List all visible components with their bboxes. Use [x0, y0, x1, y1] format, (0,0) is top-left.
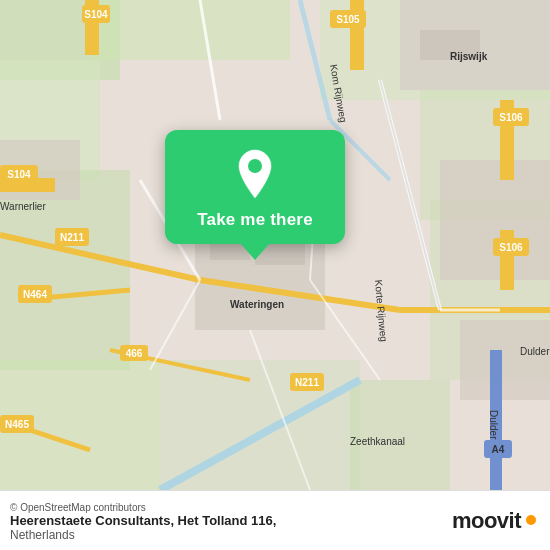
footer-info: © OpenStreetMap contributors Heerenstaet… — [10, 500, 276, 542]
svg-text:S106: S106 — [499, 112, 523, 123]
svg-text:Warnerlier: Warnerlier — [0, 201, 46, 212]
svg-text:Rijswijk: Rijswijk — [450, 51, 488, 62]
svg-text:S104: S104 — [84, 9, 108, 20]
svg-text:N211: N211 — [60, 232, 84, 243]
svg-text:Wateringen: Wateringen — [230, 299, 284, 310]
svg-rect-3 — [90, 0, 290, 60]
svg-text:S106: S106 — [499, 242, 523, 253]
svg-text:S104: S104 — [7, 169, 31, 180]
svg-rect-20 — [440, 160, 550, 280]
popup-arrow — [241, 244, 269, 260]
map-area: S104 S104 S105 S106 S106 N211 N211 N464 … — [0, 0, 550, 490]
svg-rect-21 — [460, 320, 550, 400]
footer: © OpenStreetMap contributors Heerenstaet… — [0, 490, 550, 550]
svg-text:S105: S105 — [336, 14, 360, 25]
take-me-there-popup[interactable]: Take me there — [155, 130, 355, 260]
map-attribution: © OpenStreetMap contributors — [10, 502, 276, 513]
moovit-brand-text: moovit — [452, 508, 521, 534]
svg-point-73 — [248, 159, 262, 173]
moovit-logo: moovit — [452, 508, 536, 534]
svg-text:Dulder: Dulder — [488, 410, 499, 440]
location-name: Heerenstaete Consultants, Het Tolland 11… — [10, 513, 276, 528]
moovit-dot — [526, 515, 536, 525]
svg-text:N211: N211 — [295, 377, 319, 388]
svg-text:Dulder: Dulder — [520, 346, 550, 357]
svg-text:N465: N465 — [5, 419, 29, 430]
location-pin-icon — [233, 148, 277, 200]
svg-rect-7 — [350, 380, 450, 490]
country-label: Netherlands — [10, 528, 276, 542]
take-me-there-label: Take me there — [197, 210, 313, 230]
svg-text:Zeethkanaal: Zeethkanaal — [350, 436, 405, 447]
svg-text:A4: A4 — [492, 444, 505, 455]
popup-box[interactable]: Take me there — [165, 130, 345, 244]
svg-text:N464: N464 — [23, 289, 47, 300]
svg-text:466: 466 — [126, 348, 143, 359]
